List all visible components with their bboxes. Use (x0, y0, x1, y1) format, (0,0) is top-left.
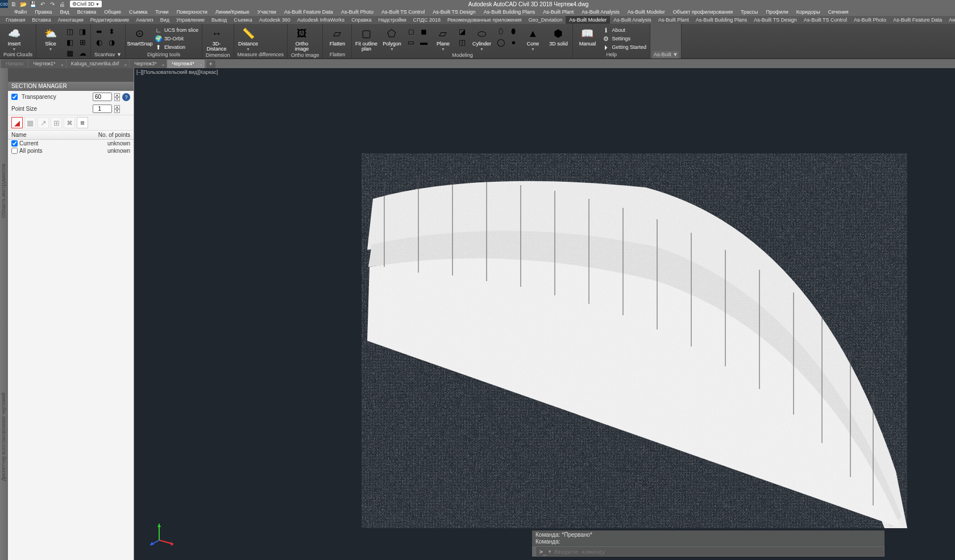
nav-icon[interactable]: ⬌ (93, 26, 105, 36)
slice-button[interactable]: ⛅ Slice ▼ (39, 25, 63, 51)
3d-distance-button[interactable]: ↔ 3D-Distance (205, 25, 229, 52)
section-tool-button[interactable]: ✖ (64, 117, 75, 128)
menu-item[interactable]: Участки (254, 8, 280, 16)
help-icon[interactable]: ? (122, 93, 130, 101)
qat-new-icon[interactable]: 🗎 (10, 1, 17, 7)
ribbon-tab[interactable]: As-Built TS Design (750, 16, 800, 24)
ribbon-tab[interactable]: Вывод (208, 16, 230, 24)
section-icon[interactable]: ⊞ (77, 37, 88, 47)
smartsnap-button[interactable]: ⊙ SmartSnap (128, 25, 152, 47)
cone-button[interactable]: ▲Cone▼ (521, 25, 545, 51)
qat-undo-icon[interactable]: ↶ (39, 1, 46, 7)
insert-button[interactable]: ☁️ Insert ▼ (2, 25, 26, 51)
menu-item[interactable]: As-Built Plant (539, 8, 578, 16)
transparency-input[interactable] (93, 93, 112, 101)
spin-up-icon[interactable]: ▲ (114, 93, 120, 97)
nav-icon[interactable]: ◑ (106, 37, 117, 47)
section-icon[interactable]: ◨ (77, 26, 88, 36)
ribbon-tab[interactable]: Вставка (28, 16, 54, 24)
drawing-tab[interactable]: Чертеж1*× (28, 60, 65, 68)
ribbon-tab[interactable]: Анализ (132, 16, 156, 24)
section-icon[interactable]: ◫ (64, 26, 76, 36)
menu-item[interactable]: Объект профилирования (669, 8, 737, 16)
menu-item[interactable]: As-Built Photo (337, 8, 377, 16)
transparency-checkbox[interactable] (11, 94, 18, 100)
menu-item[interactable]: Линии/Кривые (211, 8, 254, 16)
menu-item[interactable]: Правка (31, 8, 56, 16)
close-tab-icon[interactable]: × (61, 61, 64, 69)
ribbon-tab[interactable]: СПДС 2018 (410, 16, 444, 24)
ribbon-tab[interactable]: As-Built Feature Data (890, 16, 945, 24)
manual-button[interactable]: 📖Manual (575, 25, 599, 47)
section-icon[interactable]: ▦ (64, 48, 76, 58)
ribbon-tab[interactable]: Съемка (230, 16, 255, 24)
model-icon[interactable]: ◼ (418, 26, 429, 36)
distance-button[interactable]: 📏 Distance ▼ (236, 25, 260, 51)
section-tool-button[interactable]: ⊞ (51, 117, 62, 128)
column-name[interactable]: Name (11, 132, 27, 138)
menu-item[interactable]: As-Built TS Design (429, 8, 479, 16)
spin-down-icon[interactable]: ▼ (114, 109, 120, 113)
ribbon-tab[interactable]: Главная (2, 16, 28, 24)
drawing-tab[interactable]: Начало (1, 60, 28, 68)
menu-item[interactable]: Трассы (737, 8, 762, 16)
qat-redo-icon[interactable]: ↷ (49, 1, 56, 7)
ribbon-tab[interactable]: As-Built Modeler (566, 16, 610, 24)
workspace-switcher[interactable]: ⚙ Civil 3D ▼ (70, 1, 102, 7)
drag-handle-icon[interactable] (533, 547, 537, 556)
ribbon-tab[interactable]: Autodesk 360 (256, 16, 294, 24)
ribbon-tab[interactable]: Рекомендованные приложения (444, 16, 525, 24)
menu-item[interactable]: Вид (56, 8, 73, 16)
ribbon-tab[interactable]: As-Built Building Plans (692, 16, 751, 24)
row-checkbox[interactable] (11, 140, 18, 147)
menu-item[interactable]: Вставка (73, 8, 100, 16)
column-points[interactable]: No. of points (98, 132, 130, 138)
ribbon-tab[interactable]: Редактирование (87, 16, 133, 24)
viewport[interactable]: [–][Пользовательский вид][Каркас] (134, 68, 955, 560)
ribbon-tab[interactable]: Аннотац (945, 16, 955, 24)
ribbon-tab[interactable]: As-Built TS Control (800, 16, 850, 24)
menu-item[interactable]: Файл (10, 8, 31, 16)
spin-down-icon[interactable]: ▼ (114, 97, 120, 101)
ribbon-tab[interactable]: As-Built Photo (850, 16, 890, 24)
ribbon-tab[interactable]: Geo_Deviation (525, 16, 566, 24)
section-row[interactable]: Current unknown (8, 140, 134, 147)
menu-item[interactable]: Профили (762, 8, 792, 16)
model-icon[interactable]: ● (508, 37, 519, 47)
app-icon[interactable]: C3D (0, 0, 8, 8)
new-tab-button[interactable]: + (206, 60, 215, 68)
model-icon[interactable]: ◯ (495, 37, 506, 47)
model-icon[interactable]: ◫ (456, 37, 468, 47)
menu-item[interactable]: Коридоры (792, 8, 824, 16)
cylinder-button[interactable]: ⬭Cylinder▼ (470, 25, 493, 51)
row-checkbox[interactable] (11, 148, 18, 154)
drawing-tab[interactable]: Чертеж3*× (130, 60, 167, 68)
ribbon-tab[interactable]: Autodesk InfraWorks (294, 16, 348, 24)
ribbon-tab[interactable]: Надстройки (375, 16, 409, 24)
ribbon-tab[interactable]: As-Built Analysis (610, 16, 655, 24)
drawing-tab[interactable]: Чертеж4*× (167, 60, 204, 68)
view-section-button[interactable]: ◢ (11, 117, 23, 128)
ribbon-tab[interactable]: Управление (173, 16, 208, 24)
menu-item[interactable]: As-Built Building Plans (480, 8, 539, 16)
menu-item[interactable]: As-Built TS Control (377, 8, 429, 16)
model-icon[interactable]: ◻ (405, 26, 417, 36)
menu-item[interactable]: Общие (100, 8, 125, 16)
3d-orbit-button[interactable]: 🌍3D-Orbit (153, 35, 200, 43)
menu-item[interactable]: As-Built Analysis (578, 8, 624, 16)
nav-icon[interactable]: ⬍ (106, 26, 117, 36)
pointsize-input[interactable] (93, 105, 112, 113)
close-tab-icon[interactable]: × (124, 61, 127, 69)
polygon-button[interactable]: ⬠Polygon▼ (380, 25, 404, 51)
3d-solid-button[interactable]: ⬢3D solid (546, 25, 570, 47)
menu-item[interactable]: Сечения (824, 8, 853, 16)
model-icon[interactable]: ⬮ (508, 26, 519, 36)
menu-item[interactable]: Точки (151, 8, 172, 16)
flatten-button[interactable]: ▱ Flatten (325, 25, 349, 47)
plane-button[interactable]: ▱Plane▼ (431, 25, 455, 51)
ribbon-tab[interactable]: Аннотации (55, 16, 87, 24)
nav-icon[interactable]: ◐ (93, 37, 105, 47)
spin-up-icon[interactable]: ▲ (114, 105, 120, 109)
model-icon[interactable]: ▭ (405, 37, 417, 47)
model-icon[interactable]: ◪ (456, 26, 468, 36)
